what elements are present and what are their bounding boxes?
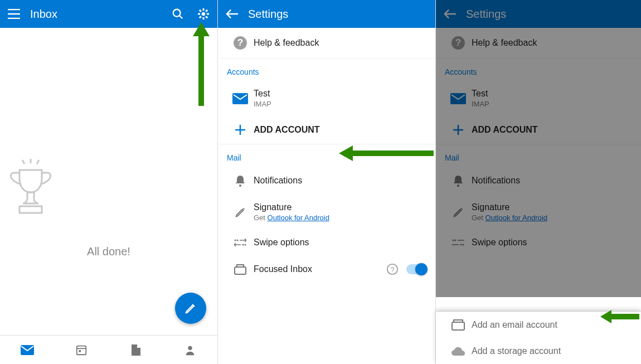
svg-rect-30 <box>454 320 463 322</box>
app-bar-settings: Settings <box>218 0 435 28</box>
row-focused-inbox[interactable]: Focused Inbox ? <box>218 255 435 283</box>
settings-title: Settings <box>248 8 429 21</box>
back-icon[interactable] <box>225 7 239 21</box>
modal-scrim[interactable] <box>436 0 641 297</box>
svg-rect-5 <box>79 350 81 352</box>
row-swipe-options[interactable]: Swipe options <box>218 230 435 255</box>
gear-icon[interactable] <box>196 7 211 21</box>
svg-point-6 <box>188 346 192 350</box>
nav-people[interactable] <box>163 336 218 364</box>
svg-text:?: ? <box>237 37 244 48</box>
notifications-label: Notifications <box>254 176 426 186</box>
compose-fab[interactable] <box>175 293 206 324</box>
swipe-icon <box>227 239 254 246</box>
row-add-account[interactable]: ADD ACCOUNT <box>218 116 435 144</box>
panel-settings: Settings ? Help & feedback Accounts Test… <box>218 0 436 364</box>
account-name: Test <box>254 89 426 99</box>
svg-point-11 <box>239 185 241 187</box>
help-icon: ? <box>227 36 254 50</box>
svg-point-15 <box>242 244 244 246</box>
plus-icon <box>227 124 254 136</box>
svg-point-12 <box>235 240 236 241</box>
svg-rect-4 <box>77 346 86 355</box>
hamburger-icon[interactable] <box>7 7 21 21</box>
sheet-storage-label: Add a storage account <box>472 346 632 356</box>
all-done-text: All done! <box>0 245 217 258</box>
svg-rect-2 <box>20 206 42 213</box>
help-label: Help & feedback <box>254 38 426 48</box>
nav-calendar[interactable] <box>55 336 109 364</box>
row-notifications[interactable]: Notifications <box>218 167 435 195</box>
focused-toggle[interactable] <box>406 264 426 274</box>
search-icon[interactable] <box>171 7 185 21</box>
svg-point-0 <box>173 9 181 17</box>
row-account-test[interactable]: Test IMAP <box>218 81 435 116</box>
nav-files[interactable] <box>109 336 163 364</box>
bottom-nav <box>0 335 217 364</box>
inbox-empty-body: All done! <box>0 28 217 364</box>
mail-icon <box>227 93 254 104</box>
trophy-icon <box>0 156 217 234</box>
svg-point-13 <box>237 240 239 241</box>
section-accounts: Accounts <box>218 59 435 81</box>
svg-rect-17 <box>237 265 244 267</box>
row-signature[interactable]: Signature Get Outlook for Android <box>218 195 435 230</box>
swipe-label: Swipe options <box>254 237 426 247</box>
signature-link[interactable]: Outlook for Android <box>268 213 329 222</box>
svg-rect-16 <box>235 267 246 274</box>
pen-icon <box>227 206 254 219</box>
svg-point-1 <box>202 12 205 16</box>
inbox-title: Inbox <box>30 8 171 21</box>
help-small-icon[interactable]: ? <box>386 263 399 275</box>
signature-label: Signature <box>254 202 426 212</box>
bottom-sheet-add: Add an email account Add a storage accou… <box>436 311 641 364</box>
email-icon <box>445 319 472 331</box>
panel-inbox: Inbox <box>0 0 218 364</box>
cloud-icon <box>445 346 472 356</box>
sheet-email-label: Add an email account <box>472 320 632 330</box>
focused-icon <box>227 264 254 275</box>
bell-icon <box>227 174 254 187</box>
add-account-label: ADD ACCOUNT <box>254 125 426 135</box>
svg-point-14 <box>245 244 246 246</box>
focused-label: Focused Inbox <box>254 264 386 274</box>
app-bar-inbox: Inbox <box>0 0 217 28</box>
row-help-feedback[interactable]: ? Help & feedback <box>218 28 435 58</box>
sheet-add-storage[interactable]: Add a storage account <box>436 338 641 364</box>
svg-text:?: ? <box>390 265 394 274</box>
account-type: IMAP <box>254 100 426 108</box>
panel-settings-sheet: Settings ? Help & feedback Accounts Test… <box>436 0 641 364</box>
section-mail: Mail <box>218 144 435 167</box>
pencil-icon <box>184 302 197 314</box>
svg-rect-29 <box>452 322 464 330</box>
nav-mail[interactable] <box>0 336 55 364</box>
sheet-add-email[interactable]: Add an email account <box>436 312 641 338</box>
signature-sub: Get Outlook for Android <box>254 213 426 222</box>
